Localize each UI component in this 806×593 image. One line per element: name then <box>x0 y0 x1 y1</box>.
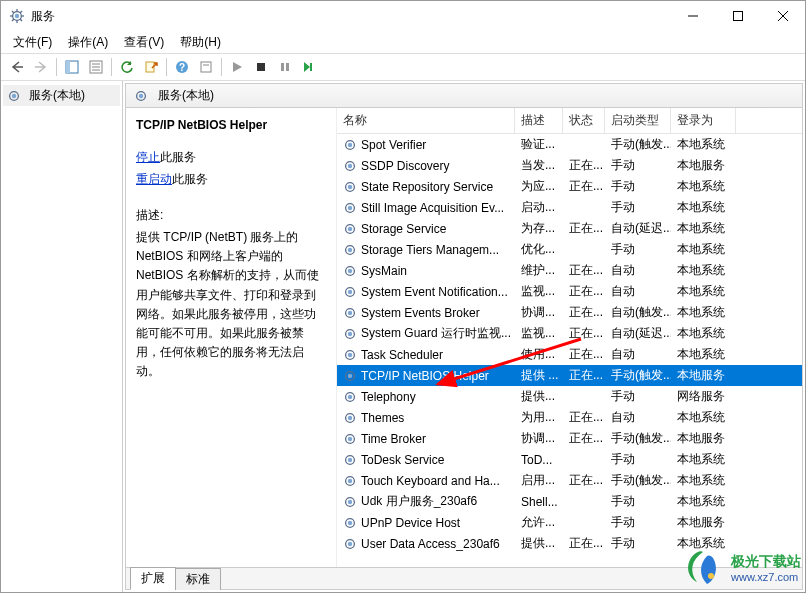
forward-button[interactable] <box>30 56 52 78</box>
export-button[interactable] <box>140 56 162 78</box>
service-row[interactable]: Task Scheduler使用...正在...自动本地系统 <box>337 344 802 365</box>
service-row[interactable]: Touch Keyboard and Ha...启用...正在...手动(触发.… <box>337 470 802 491</box>
service-startup: 手动 <box>605 157 671 174</box>
service-desc: 当发... <box>515 157 563 174</box>
service-desc: 启动... <box>515 199 563 216</box>
show-hide-tree-button[interactable] <box>61 56 83 78</box>
service-logon: 本地系统 <box>671 178 736 195</box>
service-logon: 本地系统 <box>671 199 736 216</box>
gear-icon <box>343 138 357 152</box>
tree-item-services-local[interactable]: 服务(本地) <box>3 85 120 106</box>
service-row[interactable]: System Event Notification...监视...正在...自动… <box>337 281 802 302</box>
refresh-button[interactable] <box>116 56 138 78</box>
right-pane-header: 服务(本地) <box>126 84 802 108</box>
svg-point-36 <box>348 142 352 146</box>
svg-point-46 <box>348 247 352 251</box>
svg-point-34 <box>139 93 143 97</box>
properties-button[interactable] <box>85 56 107 78</box>
service-row[interactable]: Still Image Acquisition Ev...启动...手动本地系统 <box>337 197 802 218</box>
restart-service-link[interactable]: 重启动 <box>136 172 172 186</box>
gear-icon <box>343 222 357 236</box>
stop-service-link[interactable]: 停止 <box>136 150 160 164</box>
help-button[interactable]: ? <box>171 56 193 78</box>
tab-extended[interactable]: 扩展 <box>130 567 176 590</box>
gear-icon <box>343 474 357 488</box>
service-status: 正在... <box>563 430 605 447</box>
back-button[interactable] <box>6 56 28 78</box>
service-row[interactable]: Themes为用...正在...自动本地系统 <box>337 407 802 428</box>
service-row[interactable]: Udk 用户服务_230af6Shell...手动本地系统 <box>337 491 802 512</box>
menu-view[interactable]: 查看(V) <box>116 32 172 53</box>
svg-rect-30 <box>310 63 312 71</box>
col-logon[interactable]: 登录为 <box>671 108 736 133</box>
service-logon: 本地系统 <box>671 325 736 342</box>
service-name: Still Image Acquisition Ev... <box>361 201 504 215</box>
svg-point-74 <box>348 541 352 545</box>
svg-point-56 <box>348 352 352 356</box>
service-logon: 本地系统 <box>671 493 736 510</box>
service-row[interactable]: Telephony提供...手动网络服务 <box>337 386 802 407</box>
service-name: Task Scheduler <box>361 348 443 362</box>
tree-pane: 服务(本地) <box>1 81 123 592</box>
detail-panel: TCP/IP NetBIOS Helper 停止此服务 重启动此服务 描述: 提… <box>126 108 336 567</box>
service-row[interactable]: State Repository Service为应...正在...手动本地系统 <box>337 176 802 197</box>
service-status: 正在... <box>563 325 605 342</box>
service-name: Themes <box>361 411 404 425</box>
service-startup: 自动(延迟... <box>605 220 671 237</box>
menu-action[interactable]: 操作(A) <box>60 32 116 53</box>
col-name[interactable]: 名称 <box>337 108 515 133</box>
service-desc: 为应... <box>515 178 563 195</box>
service-name: ToDesk Service <box>361 453 444 467</box>
right-pane: 服务(本地) TCP/IP NetBIOS Helper 停止此服务 重启动此服… <box>125 83 803 590</box>
service-row[interactable]: Storage Tiers Managem...优化...手动本地系统 <box>337 239 802 260</box>
service-row[interactable]: System Events Broker协调...正在...自动(触发...本地… <box>337 302 802 323</box>
description-text: 提供 TCP/IP (NetBT) 服务上的 NetBIOS 和网络上客户端的 … <box>136 228 326 382</box>
service-startup: 自动(延迟... <box>605 325 671 342</box>
service-name: Storage Service <box>361 222 446 236</box>
col-startup[interactable]: 启动类型 <box>605 108 671 133</box>
pause-service-button[interactable] <box>274 56 296 78</box>
service-startup: 自动 <box>605 262 671 279</box>
start-service-button[interactable] <box>226 56 248 78</box>
service-row[interactable]: SSDP Discovery当发...正在...手动本地服务 <box>337 155 802 176</box>
service-row[interactable]: UPnP Device Host允许...手动本地服务 <box>337 512 802 533</box>
tab-standard[interactable]: 标准 <box>175 568 221 590</box>
service-startup: 手动(触发... <box>605 430 671 447</box>
svg-point-70 <box>348 499 352 503</box>
service-startup: 手动 <box>605 199 671 216</box>
action-button[interactable] <box>195 56 217 78</box>
service-row[interactable]: System Guard 运行时监视...监视...正在...自动(延迟...本… <box>337 323 802 344</box>
watermark: 极光下载站 www.xz7.com <box>681 546 801 590</box>
col-desc[interactable]: 描述 <box>515 108 563 133</box>
svg-point-60 <box>348 394 352 398</box>
service-desc: 提供 ... <box>515 367 563 384</box>
service-row[interactable]: Storage Service为存...正在...自动(延迟...本地系统 <box>337 218 802 239</box>
description-label: 描述: <box>136 206 326 224</box>
minimize-button[interactable] <box>670 1 715 31</box>
gear-icon <box>343 453 357 467</box>
restart-service-button[interactable] <box>298 56 320 78</box>
service-desc: 优化... <box>515 241 563 258</box>
gear-icon <box>343 243 357 257</box>
service-status: 正在... <box>563 220 605 237</box>
gear-icon <box>343 432 357 446</box>
svg-point-58 <box>348 373 352 377</box>
services-list[interactable]: 名称 描述 状态 启动类型 登录为 Spot Verifier验证...手动(触… <box>336 108 802 567</box>
service-name: SysMain <box>361 264 407 278</box>
service-row[interactable]: TCP/IP NetBIOS Helper提供 ...正在...手动(触发...… <box>337 365 802 386</box>
service-name: System Events Broker <box>361 306 480 320</box>
service-name: Time Broker <box>361 432 426 446</box>
svg-point-38 <box>348 163 352 167</box>
service-logon: 本地服务 <box>671 157 736 174</box>
maximize-button[interactable] <box>715 1 760 31</box>
service-row[interactable]: Time Broker协调...正在...手动(触发...本地服务 <box>337 428 802 449</box>
menu-help[interactable]: 帮助(H) <box>172 32 229 53</box>
close-button[interactable] <box>760 1 805 31</box>
stop-service-button[interactable] <box>250 56 272 78</box>
menu-file[interactable]: 文件(F) <box>5 32 60 53</box>
col-status[interactable]: 状态 <box>563 108 605 133</box>
service-row[interactable]: SysMain维护...正在...自动本地系统 <box>337 260 802 281</box>
service-desc: 提供... <box>515 388 563 405</box>
service-row[interactable]: Spot Verifier验证...手动(触发...本地系统 <box>337 134 802 155</box>
service-row[interactable]: ToDesk ServiceToD...手动本地系统 <box>337 449 802 470</box>
